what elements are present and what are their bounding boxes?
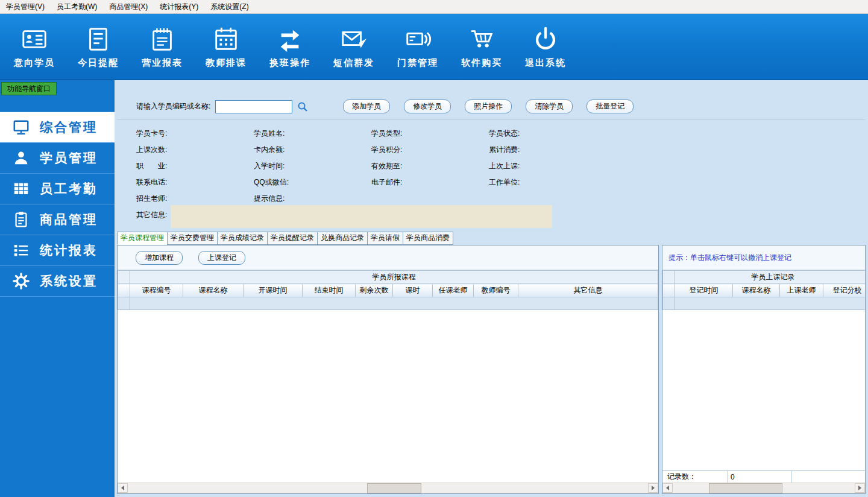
toolbar-exit-system[interactable]: 退出系统 bbox=[514, 18, 577, 76]
monitor-icon bbox=[12, 118, 30, 136]
scroll-track[interactable] bbox=[128, 483, 648, 493]
sidebar-item-general[interactable]: 综合管理 bbox=[0, 112, 115, 143]
menu-system-settings[interactable]: 系统设置(Z) bbox=[204, 0, 254, 13]
scroll-track[interactable] bbox=[673, 483, 855, 493]
table-row[interactable] bbox=[118, 297, 658, 310]
table-row[interactable] bbox=[663, 297, 866, 310]
record-count-value: 0 bbox=[728, 471, 791, 483]
col-course-name[interactable]: 课程名称 bbox=[733, 284, 780, 297]
row-selector-header bbox=[118, 271, 130, 284]
menu-report-stats[interactable]: 统计报表(Y) bbox=[154, 0, 204, 13]
sidebar-item-attendance[interactable]: 员工考勤 bbox=[0, 174, 115, 204]
field-label-phone: 联系电话: bbox=[136, 177, 254, 188]
scroll-left-icon[interactable] bbox=[662, 483, 673, 493]
col-teacher[interactable]: 任课老师 bbox=[433, 284, 474, 297]
menu-staff-attendance[interactable]: 员工考勤(W) bbox=[51, 0, 103, 13]
report-list-icon bbox=[12, 241, 30, 259]
content-area: 请输入学员编码或名称: 添加学员 修改学员 照片操作 清除学员 批量登记 学员卡… bbox=[115, 80, 868, 497]
modify-student-button[interactable]: 修改学员 bbox=[404, 100, 451, 113]
class-records-table: 学员上课记录 登记时间 课程名称 上课老师 登记分校 bbox=[662, 270, 866, 310]
magnifier-icon[interactable] bbox=[297, 101, 308, 112]
sidebar-item-products[interactable]: 商品管理 bbox=[0, 204, 115, 235]
courses-hscrollbar[interactable] bbox=[118, 483, 658, 493]
toolbar-business-report[interactable]: 营业报表 bbox=[130, 18, 194, 76]
records-hscrollbar[interactable] bbox=[662, 483, 865, 493]
menu-bar: 学员管理(V) 员工考勤(W) 商品管理(X) 统计报表(Y) 系统设置(Z) bbox=[0, 0, 868, 14]
mail-send-icon bbox=[340, 25, 368, 53]
toolbar-label: 教师排课 bbox=[206, 57, 247, 69]
nav-window-tab[interactable]: 功能导航窗口 bbox=[1, 82, 57, 95]
class-records-panel: 提示：单击鼠标右键可以撤消上课登记 学员上课记录 登记时间 课程名称 上课老师 … bbox=[662, 245, 866, 494]
attendance-grid-icon bbox=[12, 180, 30, 198]
field-label-balance: 卡内余额: bbox=[254, 145, 371, 155]
toolbar-access-control[interactable]: 门禁管理 bbox=[386, 18, 450, 76]
menu-student-mgmt[interactable]: 学员管理(V) bbox=[0, 0, 51, 13]
tab-redeem-records[interactable]: 兑换商品记录 bbox=[317, 232, 368, 245]
sidebar-item-label: 学员管理 bbox=[40, 150, 98, 166]
records-table-body bbox=[662, 310, 865, 470]
toolbar-label: 短信群发 bbox=[333, 57, 374, 69]
menu-product-mgmt[interactable]: 商品管理(X) bbox=[103, 0, 154, 13]
sidebar-item-label: 商品管理 bbox=[40, 211, 98, 228]
other-info-label: 其它信息: bbox=[136, 210, 167, 220]
toolbar-class-swap[interactable]: 换班操作 bbox=[258, 18, 322, 76]
swap-arrows-icon bbox=[276, 25, 304, 53]
field-label-enroll-date: 入学时间: bbox=[254, 161, 371, 171]
row-selector-cell[interactable] bbox=[118, 297, 130, 310]
sidebar: 功能导航窗口 综合管理 学员管理 员工考勤 商品管理 统计报表 bbox=[0, 80, 115, 497]
search-input[interactable] bbox=[215, 100, 292, 113]
col-teacher-id[interactable]: 教师编号 bbox=[474, 284, 518, 297]
tab-score-records[interactable]: 学员成绩记录 bbox=[217, 232, 268, 245]
courses-toolbar: 增加课程 上课登记 bbox=[118, 245, 658, 270]
toolbar-label: 意向学员 bbox=[14, 57, 55, 69]
scroll-right-icon[interactable] bbox=[855, 483, 865, 493]
toolbar-sms-broadcast[interactable]: 短信群发 bbox=[322, 18, 386, 76]
tab-course-mgmt[interactable]: 学员课程管理 bbox=[117, 232, 168, 245]
tab-reminder-records[interactable]: 学员提醒记录 bbox=[267, 232, 318, 245]
sidebar-item-reports[interactable]: 统计报表 bbox=[0, 235, 115, 266]
toolbar-intent-students[interactable]: 意向学员 bbox=[2, 18, 66, 76]
col-end-time[interactable]: 结束时间 bbox=[303, 284, 356, 297]
col-course-id[interactable]: 课程编号 bbox=[130, 284, 183, 297]
courses-panel: 增加课程 上课登记 学员所报课程 课程编号 课程名称 开课时间 结束时间 bbox=[117, 245, 659, 494]
col-class-hours[interactable]: 课时 bbox=[393, 284, 433, 297]
toolbar-software-purchase[interactable]: 软件购买 bbox=[450, 18, 514, 76]
toolbar-label: 换班操作 bbox=[269, 57, 310, 69]
other-info-box[interactable] bbox=[171, 205, 552, 228]
scroll-left-icon[interactable] bbox=[118, 483, 128, 493]
toolbar-teacher-schedule[interactable]: 教师排课 bbox=[194, 18, 258, 76]
sidebar-item-settings[interactable]: 系统设置 bbox=[0, 266, 115, 297]
col-course-name[interactable]: 课程名称 bbox=[183, 284, 244, 297]
tab-payment-mgmt[interactable]: 学员交费管理 bbox=[167, 232, 218, 245]
scroll-right-icon[interactable] bbox=[648, 483, 658, 493]
col-start-time[interactable]: 开课时间 bbox=[244, 284, 303, 297]
col-remaining[interactable]: 剩余次数 bbox=[356, 284, 393, 297]
photo-action-button[interactable]: 照片操作 bbox=[465, 100, 512, 113]
main-toolbar: 意向学员 今日提醒 营业报表 教师排课 换班操作 短信群发 门禁管理 软件购买 … bbox=[0, 14, 868, 80]
field-label-occupation: 职 业: bbox=[136, 161, 254, 171]
toolbar-label: 今日提醒 bbox=[78, 57, 119, 69]
clear-student-button[interactable]: 清除学员 bbox=[526, 100, 573, 113]
clipboard-icon bbox=[12, 211, 30, 229]
toolbar-label: 营业报表 bbox=[142, 57, 183, 69]
col-other-info[interactable]: 其它信息 bbox=[518, 284, 658, 297]
field-label-total-spent: 累计消费: bbox=[489, 145, 606, 155]
batch-register-button[interactable]: 批量登记 bbox=[587, 100, 634, 113]
sidebar-item-students[interactable]: 学员管理 bbox=[0, 143, 115, 174]
search-label: 请输入学员编码或名称: bbox=[136, 101, 210, 112]
tab-product-consumption[interactable]: 学员商品消费 bbox=[403, 232, 453, 245]
row-selector-cell[interactable] bbox=[663, 297, 675, 310]
field-label-card-no: 学员卡号: bbox=[136, 128, 254, 139]
access-card-icon bbox=[404, 25, 432, 53]
class-register-button[interactable]: 上课登记 bbox=[198, 251, 245, 265]
tab-leave[interactable]: 学员请假 bbox=[367, 232, 403, 245]
field-label-email: 电子邮件: bbox=[371, 177, 489, 188]
scroll-thumb[interactable] bbox=[367, 483, 421, 493]
add-student-button[interactable]: 添加学员 bbox=[343, 100, 390, 113]
add-course-button[interactable]: 增加课程 bbox=[136, 251, 183, 265]
toolbar-today-reminders[interactable]: 今日提醒 bbox=[66, 18, 130, 76]
col-class-teacher[interactable]: 上课老师 bbox=[780, 284, 823, 297]
col-register-branch[interactable]: 登记分校 bbox=[823, 284, 866, 297]
col-register-time[interactable]: 登记时间 bbox=[675, 284, 733, 297]
scroll-thumb[interactable] bbox=[709, 483, 782, 493]
